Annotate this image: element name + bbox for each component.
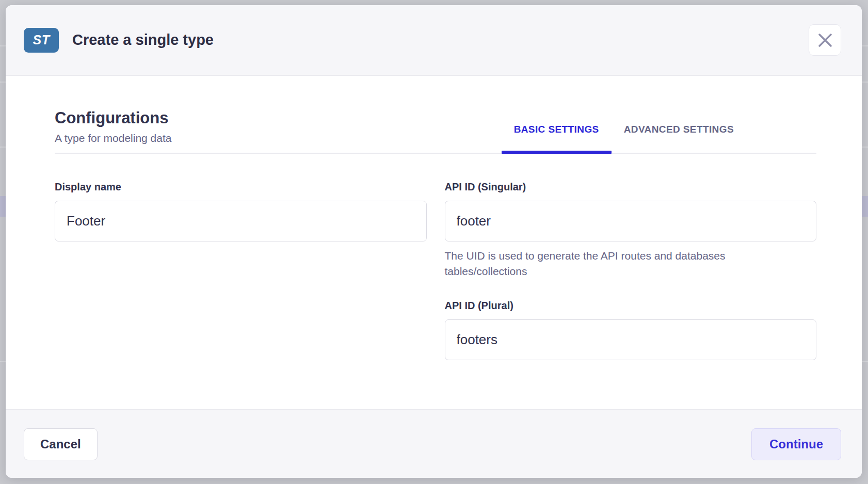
page-subtitle: A type for modeling data	[55, 132, 171, 144]
api-id-plural-input[interactable]	[445, 319, 817, 360]
cancel-button[interactable]: Cancel	[24, 428, 98, 460]
api-id-singular-hint: The UID is used to generate the API rout…	[445, 248, 775, 279]
api-id-plural-label: API ID (Plural)	[445, 300, 817, 312]
configurations-heading-block: Configurations A type for modeling data	[55, 109, 171, 153]
modal-title: Create a single type	[72, 31, 214, 49]
display-name-input[interactable]	[55, 201, 427, 241]
api-id-singular-label: API ID (Singular)	[445, 181, 817, 193]
api-id-singular-input[interactable]	[445, 201, 817, 241]
modal-body: Configurations A type for modeling data …	[6, 76, 862, 409]
page-title: Configurations	[55, 109, 171, 127]
continue-button[interactable]: Continue	[751, 428, 841, 460]
settings-tabs: BASIC SETTINGS ADVANCED SETTINGS	[502, 124, 746, 153]
api-id-plural-field-group: API ID (Plural)	[445, 300, 817, 360]
tab-advanced-settings[interactable]: ADVANCED SETTINGS	[612, 124, 746, 153]
modal-header: ST Create a single type	[6, 5, 862, 76]
configurations-header-row: Configurations A type for modeling data …	[55, 109, 816, 154]
api-id-field-column: API ID (Singular) The UID is used to gen…	[445, 181, 817, 360]
display-name-label: Display name	[55, 181, 427, 193]
modal-footer: Cancel Continue	[6, 409, 862, 478]
close-icon	[818, 34, 832, 47]
configuration-form: Display name API ID (Singular) The UID i…	[55, 181, 816, 360]
close-button[interactable]	[809, 24, 841, 56]
single-type-icon: ST	[24, 28, 59, 53]
display-name-field-group: Display name	[55, 181, 427, 360]
create-single-type-modal: ST Create a single type Configurations A…	[6, 5, 862, 478]
tab-basic-settings[interactable]: BASIC SETTINGS	[502, 124, 612, 153]
